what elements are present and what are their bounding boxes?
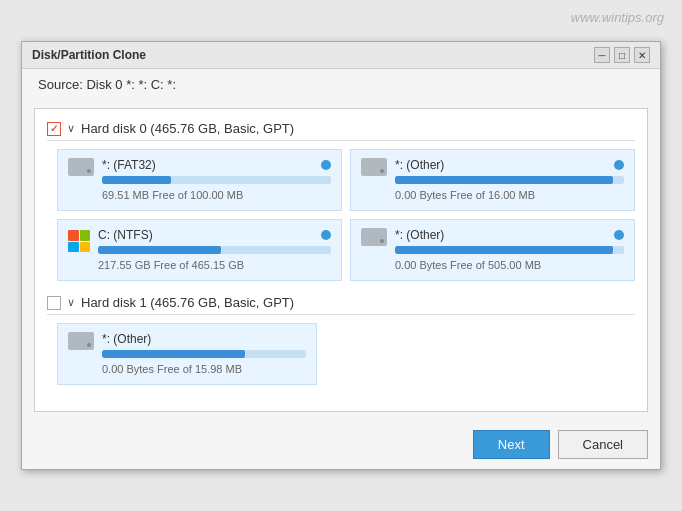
disk1-single-partition: *: (Other) 0.00 Bytes Free of 15.98 MB [57,323,317,385]
disk1-header: ∨ Hard disk 1 (465.76 GB, Basic, GPT) [47,295,635,315]
content-area: ∨ Hard disk 0 (465.76 GB, Basic, GPT) *:… [34,108,648,412]
partition-other1-dot [614,160,624,170]
disk0-header: ∨ Hard disk 0 (465.76 GB, Basic, GPT) [47,121,635,141]
partition-ntfs-dot [321,230,331,240]
disk0-partitions: *: (FAT32) 69.51 MB Free of 100.00 MB [57,149,635,281]
partition-other1-name: *: (Other) [395,158,444,172]
drive-icon-fat32 [68,158,94,179]
next-button[interactable]: Next [473,430,550,459]
partition-other2-bar [395,246,613,254]
disk0-chevron: ∨ [67,122,75,135]
partition-other1-bar [395,176,613,184]
partition-disk1-bar [102,350,245,358]
maximize-button[interactable]: □ [614,47,630,63]
close-button[interactable]: ✕ [634,47,650,63]
partition-other2-dot [614,230,624,240]
disk1-chevron: ∨ [67,296,75,309]
watermark: www.wintips.org [571,10,664,25]
partition-fat32-info: *: (FAT32) 69.51 MB Free of 100.00 MB [102,158,331,202]
partition-ntfs-free: 217.55 GB Free of 465.15 GB [98,259,244,271]
partition-other2-info: *: (Other) 0.00 Bytes Free of 505.00 MB [395,228,624,272]
window-title: Disk/Partition Clone [32,48,146,62]
partition-other1: *: (Other) 0.00 Bytes Free of 16.00 MB [350,149,635,211]
drive-icon-other1 [361,158,387,179]
disk1-section: ∨ Hard disk 1 (465.76 GB, Basic, GPT) *:… [47,295,635,385]
partition-fat32-dot [321,160,331,170]
disk1-checkbox[interactable] [47,296,61,310]
minimize-button[interactable]: ─ [594,47,610,63]
disk1-title: Hard disk 1 (465.76 GB, Basic, GPT) [81,295,294,310]
partition-disk1-name: *: (Other) [102,332,151,346]
partition-other1-info: *: (Other) 0.00 Bytes Free of 16.00 MB [395,158,624,202]
footer: Next Cancel [22,420,660,469]
partition-other2: *: (Other) 0.00 Bytes Free of 505.00 MB [350,219,635,281]
partition-fat32-free: 69.51 MB Free of 100.00 MB [102,189,243,201]
window: Disk/Partition Clone ─ □ ✕ Source: Disk … [21,41,661,470]
partition-disk1-info: *: (Other) 0.00 Bytes Free of 15.98 MB [102,332,306,376]
drive-icon-other2 [361,228,387,249]
partition-ntfs-info: C: (NTFS) 217.55 GB Free of 465.15 GB [98,228,331,272]
partition-other1-free: 0.00 Bytes Free of 16.00 MB [395,189,535,201]
drive-icon-disk1 [68,332,94,353]
partition-ntfs: C: (NTFS) 217.55 GB Free of 465.15 GB [57,219,342,281]
source-bar: Source: Disk 0 *: *: C: *: [22,69,660,100]
disk0-checkbox[interactable] [47,122,61,136]
partition-disk1-free: 0.00 Bytes Free of 15.98 MB [102,363,242,375]
partition-other2-name: *: (Other) [395,228,444,242]
partition-fat32-bar [102,176,171,184]
partition-fat32: *: (FAT32) 69.51 MB Free of 100.00 MB [57,149,342,211]
partition-other2-free: 0.00 Bytes Free of 505.00 MB [395,259,541,271]
partition-ntfs-name: C: (NTFS) [98,228,153,242]
disk0-section: ∨ Hard disk 0 (465.76 GB, Basic, GPT) *:… [47,121,635,281]
partition-ntfs-bar [98,246,221,254]
windows-icon-ntfs [68,230,90,252]
disk0-title: Hard disk 0 (465.76 GB, Basic, GPT) [81,121,294,136]
title-bar: Disk/Partition Clone ─ □ ✕ [22,42,660,69]
partition-fat32-name: *: (FAT32) [102,158,156,172]
cancel-button[interactable]: Cancel [558,430,648,459]
